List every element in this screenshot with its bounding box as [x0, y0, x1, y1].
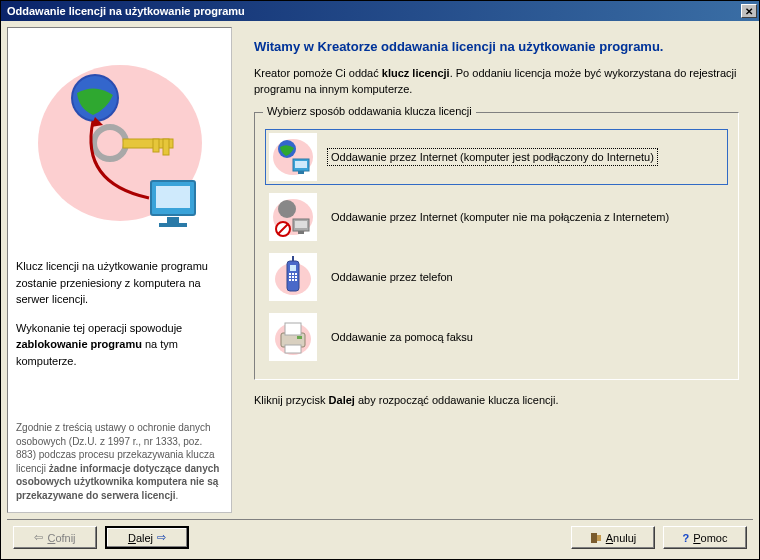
option-phone[interactable]: Oddawanie przez telefon [265, 249, 728, 305]
svg-point-17 [278, 200, 296, 218]
svg-rect-25 [290, 265, 296, 271]
privacy-note: Zgodnie z treścią ustawy o ochronie dany… [16, 421, 223, 502]
svg-rect-29 [289, 276, 291, 278]
method-groupbox: Wybierz sposób oddawania klucza licencji [254, 112, 739, 380]
next-button[interactable]: Dalej ⇨ [105, 526, 189, 549]
svg-rect-9 [167, 217, 179, 223]
help-icon: ? [683, 532, 690, 544]
close-button[interactable]: ✕ [741, 4, 757, 18]
option-internet-online[interactable]: Oddawanie przez Internet (komputer jest … [265, 129, 728, 185]
svg-rect-32 [289, 279, 291, 281]
svg-rect-42 [597, 535, 601, 541]
content-area: Klucz licencji na użytkowanie programu z… [7, 27, 753, 513]
svg-rect-14 [295, 161, 307, 168]
svg-rect-5 [163, 139, 169, 155]
internet-online-icon [269, 133, 317, 181]
svg-rect-10 [159, 223, 187, 227]
fax-icon [269, 313, 317, 361]
option-label: Oddawanie za pomocą faksu [329, 330, 475, 344]
option-fax[interactable]: Oddawanie za pomocą faksu [265, 309, 728, 365]
groupbox-title: Wybierz sposób oddawania klucza licencji [263, 105, 476, 117]
arrow-left-icon: ⇦ [34, 531, 43, 544]
svg-rect-26 [289, 273, 291, 275]
svg-rect-34 [295, 279, 297, 281]
hint-text: Kliknij przycisk Dalej aby rozpocząć odd… [254, 394, 739, 406]
option-label: Oddawanie przez telefon [329, 270, 455, 284]
left-panel: Klucz licencji na użytkowanie programu z… [7, 27, 232, 513]
internet-offline-icon [269, 193, 317, 241]
svg-rect-33 [292, 279, 294, 281]
svg-rect-39 [285, 345, 301, 353]
button-bar: ⇦ Cofnij Dalej ⇨ Anuluj ? Pomoc [7, 519, 753, 553]
svg-rect-19 [295, 221, 307, 228]
svg-rect-30 [292, 276, 294, 278]
option-internet-offline[interactable]: Oddawanie przez Internet (komputer nie m… [265, 189, 728, 245]
globe-keys-monitor-icon [25, 43, 215, 233]
svg-rect-15 [298, 171, 304, 174]
arrow-right-icon: ⇨ [157, 531, 166, 544]
svg-rect-28 [295, 273, 297, 275]
window-body: Klucz licencji na użytkowanie programu z… [1, 21, 759, 559]
option-label: Oddawanie przez Internet (komputer jest … [329, 150, 656, 164]
intro-text: Kreator pomoże Ci oddać klucz licencji. … [254, 66, 739, 98]
svg-rect-38 [285, 323, 301, 335]
help-button[interactable]: ? Pomoc [663, 526, 747, 549]
left-text-2: Wykonanie tej operacji spowoduje zabloko… [16, 320, 223, 370]
left-illustration [16, 38, 223, 238]
svg-rect-31 [295, 276, 297, 278]
window-title: Oddawanie licencji na użytkowanie progra… [7, 5, 245, 17]
svg-rect-40 [297, 336, 302, 339]
svg-rect-8 [156, 186, 190, 208]
wizard-title: Witamy w Kreatorze oddawania licencji na… [254, 39, 739, 54]
close-icon: ✕ [745, 6, 753, 17]
wizard-window: Oddawanie licencji na użytkowanie progra… [0, 0, 760, 560]
svg-rect-27 [292, 273, 294, 275]
back-button[interactable]: ⇦ Cofnij [13, 526, 97, 549]
phone-icon [269, 253, 317, 301]
svg-rect-20 [298, 231, 304, 234]
option-label: Oddawanie przez Internet (komputer nie m… [329, 210, 671, 224]
left-text-1: Klucz licencji na użytkowanie programu z… [16, 258, 223, 308]
right-panel: Witamy w Kreatorze oddawania licencji na… [240, 27, 753, 513]
titlebar: Oddawanie licencji na użytkowanie progra… [1, 1, 759, 21]
left-description: Klucz licencji na użytkowanie programu z… [16, 258, 223, 381]
svg-rect-6 [153, 139, 159, 152]
svg-rect-41 [591, 533, 597, 543]
cancel-button[interactable]: Anuluj [571, 526, 655, 549]
exit-door-icon [590, 532, 602, 544]
